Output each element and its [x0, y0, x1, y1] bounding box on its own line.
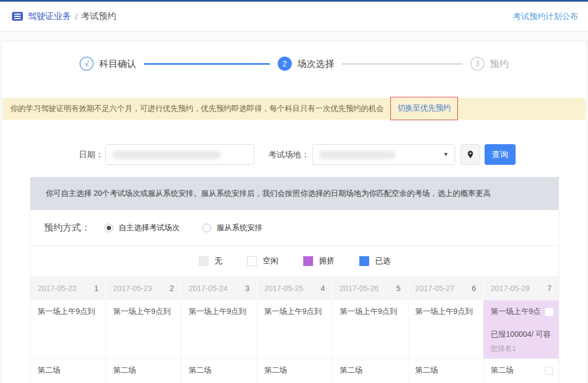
venue-select[interactable]: ▼ — [312, 144, 455, 165]
session-cell[interactable]: 第一场上午9点到 — [257, 300, 333, 359]
calendar-header-cell: 2017-05-24 3 — [181, 276, 257, 300]
session-title-line: 第一场上午9点 — [491, 307, 553, 317]
session-cell[interactable]: 第二场 — [30, 359, 106, 383]
radio-system-arrange[interactable] — [203, 224, 211, 232]
session-cell[interactable]: 第一场上午9点到 — [30, 300, 106, 359]
step-subject-confirm: √ 科目确认 — [79, 57, 136, 71]
session-cell[interactable]: 第二场 — [257, 359, 333, 383]
legend-swatch-free — [247, 256, 257, 266]
redacted-venue-value — [319, 151, 395, 159]
step1-check-icon: √ — [79, 57, 94, 71]
column-date: 2017-05-27 — [415, 284, 455, 293]
legend-label-free: 空闲 — [263, 256, 278, 266]
session-cell[interactable]: 第一场上午9点到 — [408, 300, 484, 359]
session-cell[interactable]: 第二场 — [483, 359, 559, 383]
session-row-2: 第二场 第二场 第二场 第二场 第二场 第二场 第二场 — [30, 359, 559, 383]
wizard-stepper: √ 科目确认 2 场次选择 3 预约 — [2, 57, 586, 71]
chevron-down-icon: ▼ — [443, 151, 449, 157]
location-pin-icon — [466, 150, 475, 159]
legend-item-none: 无 — [199, 256, 222, 266]
calendar-header-cell: 2017-05-22 1 — [30, 276, 106, 300]
legend-swatch-none — [199, 256, 209, 266]
booking-mode-row: 预约方式： 自主选择考试场次 服从系统安排 — [30, 210, 559, 246]
session-stats: 已报100004/ 可容 — [491, 330, 553, 339]
booking-mode-label: 预约方式： — [44, 221, 90, 234]
column-day: 1 — [94, 284, 99, 293]
breadcrumb-separator: / — [75, 12, 77, 21]
calendar-header-cell: 2017-05-23 2 — [106, 276, 182, 300]
session-title-line: 第二场 — [491, 366, 553, 375]
session-cell[interactable]: 第一场上午9点到 — [333, 300, 408, 359]
session-row-1: 第一场上午9点到 第一场上午9点到 第一场上午9点到 第一场上午9点到 第一场上… — [30, 300, 559, 359]
redacted-date-value — [112, 151, 221, 159]
legend-label-none: 无 — [215, 256, 222, 266]
venue-label: 考试场地： — [266, 150, 309, 160]
legend-label-crowded: 拥挤 — [319, 256, 334, 266]
column-day: 4 — [321, 284, 325, 293]
stepper-connector-done — [144, 63, 270, 65]
calendar-header-cell: 2017-05-27 6 — [408, 276, 484, 300]
legend-item-crowded: 拥挤 — [303, 256, 334, 266]
red-annotation-box: 切换至优先预约 — [390, 97, 458, 120]
column-day: 2 — [170, 284, 174, 293]
column-date: 2017-05-23 — [113, 284, 152, 293]
system-tip-text: 你可自主选择 20个考试场次或服从系统安排。服从系统安排后，我们会按照你选择的日… — [46, 189, 491, 199]
priority-notice-text: 你的学习驾驶证明有效期不足六个月，可进行优先预约，优先预约即选即得，每个科目只有… — [10, 104, 384, 114]
column-date: 2017-05-25 — [264, 284, 303, 293]
date-input[interactable] — [105, 144, 254, 165]
step2-number: 2 — [278, 57, 292, 71]
step3-label: 预约 — [490, 58, 509, 70]
session-checkbox[interactable] — [545, 308, 553, 316]
calendar-header-cell: 2017-05-25 4 — [257, 276, 333, 300]
step-booking: 3 预约 — [470, 57, 509, 71]
session-checkbox[interactable] — [545, 367, 553, 375]
legend-item-free: 空闲 — [247, 256, 278, 266]
main-panel: √ 科目确认 2 场次选择 3 预约 你的学习驾驶证明有效期不足六个月，可进行优… — [1, 41, 587, 383]
session-cell[interactable]: 第二场 — [181, 359, 257, 383]
session-title: 第二场 — [491, 366, 513, 375]
calendar-header-cell: 2017-05-26 5 — [333, 276, 408, 300]
step1-label: 科目确认 — [99, 58, 136, 70]
column-day: 6 — [472, 284, 476, 293]
calendar-header-row: 2017-05-22 1 2017-05-23 2 2017-05-24 3 2… — [30, 276, 559, 300]
priority-notice-bar: 你的学习驾驶证明有效期不足六个月，可进行优先预约，优先预约即选即得，每个科目只有… — [3, 98, 585, 120]
calendar-header-cell: 2017-05-28 7 — [483, 276, 559, 300]
column-date: 2017-05-26 — [340, 284, 379, 293]
column-day: 7 — [547, 284, 552, 293]
column-date: 2017-05-24 — [188, 284, 228, 293]
system-tip-bar: 你可自主选择 20个考试场次或服从系统安排。服从系统安排后，我们会按照你选择的日… — [30, 177, 559, 210]
session-title: 第一场上午9点 — [491, 307, 541, 317]
session-cell[interactable]: 第一场上午9点到 — [181, 300, 257, 359]
map-location-button[interactable] — [461, 144, 480, 165]
step2-label: 场次选择 — [297, 58, 334, 70]
session-cell[interactable]: 第一场上午9点到 — [106, 300, 182, 359]
session-cell-crowded[interactable]: 第一场上午9点 已报100004/ 可容 您排名1 — [483, 300, 559, 359]
session-cell[interactable]: 第二场 — [106, 359, 182, 383]
page-header: 驾驶证业务 / 考试预约 考试预约计划公布 — [0, 2, 588, 32]
legend-swatch-selected — [359, 256, 369, 266]
search-button[interactable]: 查询 — [485, 144, 516, 165]
column-date: 2017-05-28 — [491, 284, 530, 293]
session-cell[interactable]: 第二场 — [408, 359, 484, 383]
column-day: 5 — [396, 284, 401, 293]
legend-item-selected: 已选 — [359, 256, 390, 266]
radio-self-select-label[interactable]: 自主选择考试场次 — [119, 223, 180, 233]
exam-plan-link[interactable]: 考试预约计划公布 — [513, 11, 578, 22]
radio-self-select[interactable] — [105, 224, 113, 232]
filter-row: 日期： 考试场地： ▼ 查询 — [2, 144, 586, 165]
column-date: 2017-05-22 — [38, 284, 77, 293]
session-rank: 您排名1 — [491, 344, 553, 354]
breadcrumb-current: 考试预约 — [81, 11, 116, 22]
breadcrumb-section[interactable]: 驾驶证业务 — [28, 11, 71, 22]
step-session-select: 2 场次选择 — [278, 57, 334, 71]
legend-swatch-crowded — [303, 256, 313, 266]
date-label: 日期： — [70, 150, 103, 160]
switch-priority-link[interactable]: 切换至优先预约 — [397, 103, 451, 113]
column-day: 3 — [245, 284, 249, 293]
session-cell[interactable]: 第二场 — [333, 359, 408, 383]
list-icon — [12, 12, 23, 21]
radio-system-arrange-label[interactable]: 服从系统安排 — [217, 223, 262, 233]
stepper-connector-pending — [342, 63, 463, 65]
legend-label-selected: 已选 — [375, 256, 390, 266]
status-legend: 无 空闲 拥挤 已选 — [30, 246, 559, 276]
